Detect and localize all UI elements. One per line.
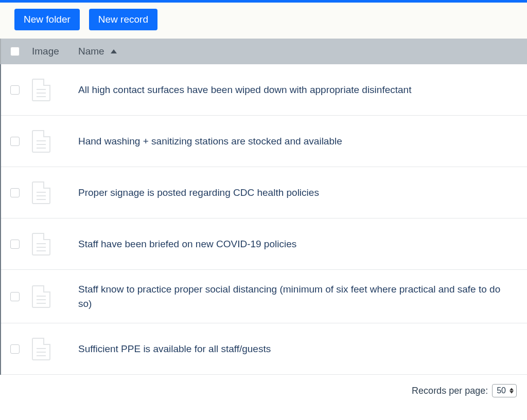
- table-row[interactable]: Hand washing + sanitizing stations are s…: [1, 116, 527, 167]
- table-row[interactable]: All high contact surfaces have been wipe…: [1, 64, 527, 116]
- row-name[interactable]: Proper signage is posted regarding CDC h…: [78, 186, 518, 200]
- row-checkbox[interactable]: [10, 240, 20, 249]
- row-image-cell: [32, 181, 78, 204]
- row-checkbox-cell: [10, 137, 32, 146]
- table-row[interactable]: Staff have been briefed on new COVID-19 …: [1, 218, 527, 270]
- header-checkbox-cell: [10, 47, 32, 56]
- records-list: All high contact surfaces have been wipe…: [0, 64, 527, 375]
- document-icon: [32, 285, 50, 308]
- records-per-page-value: 50: [497, 386, 506, 395]
- document-icon: [32, 130, 50, 153]
- row-checkbox-cell: [10, 344, 32, 354]
- row-image-cell: [32, 285, 78, 308]
- new-record-button[interactable]: New record: [89, 9, 157, 30]
- row-image-cell: [32, 79, 78, 101]
- document-icon: [32, 79, 50, 101]
- document-icon: [32, 233, 50, 255]
- row-name[interactable]: Hand washing + sanitizing stations are s…: [78, 134, 518, 149]
- new-folder-button[interactable]: New folder: [14, 9, 80, 30]
- row-name[interactable]: Staff know to practice proper social dis…: [78, 282, 518, 311]
- row-name[interactable]: All high contact surfaces have been wipe…: [78, 83, 518, 97]
- table-row[interactable]: Sufficient PPE is available for all staf…: [1, 323, 527, 375]
- document-icon: [32, 181, 50, 204]
- column-header-name-label: Name: [78, 46, 104, 57]
- row-checkbox[interactable]: [10, 85, 20, 95]
- row-image-cell: [32, 338, 78, 360]
- sort-ascending-icon: [111, 49, 117, 53]
- column-header-image[interactable]: Image: [32, 46, 78, 57]
- row-name[interactable]: Staff have been briefed on new COVID-19 …: [78, 237, 518, 251]
- row-checkbox-cell: [10, 188, 32, 197]
- row-name[interactable]: Sufficient PPE is available for all staf…: [78, 342, 518, 356]
- pagination-footer: Records per page: 50: [0, 375, 527, 397]
- row-checkbox-cell: [10, 292, 32, 301]
- column-header-name[interactable]: Name: [78, 46, 518, 57]
- table-row[interactable]: Staff know to practice proper social dis…: [1, 270, 527, 323]
- records-per-page-label: Records per page:: [412, 386, 488, 396]
- table-row[interactable]: Proper signage is posted regarding CDC h…: [1, 167, 527, 218]
- select-all-checkbox[interactable]: [10, 47, 20, 56]
- row-image-cell: [32, 130, 78, 153]
- row-checkbox[interactable]: [10, 137, 20, 146]
- row-image-cell: [32, 233, 78, 255]
- document-icon: [32, 338, 50, 360]
- row-checkbox[interactable]: [10, 292, 20, 301]
- table-header: Image Name: [0, 39, 527, 64]
- row-checkbox-cell: [10, 240, 32, 249]
- toolbar: New folder New record: [0, 3, 527, 39]
- row-checkbox-cell: [10, 85, 32, 95]
- select-stepper-icon: [510, 388, 514, 394]
- row-checkbox[interactable]: [10, 344, 20, 354]
- row-checkbox[interactable]: [10, 188, 20, 197]
- records-per-page-select[interactable]: 50: [492, 384, 517, 397]
